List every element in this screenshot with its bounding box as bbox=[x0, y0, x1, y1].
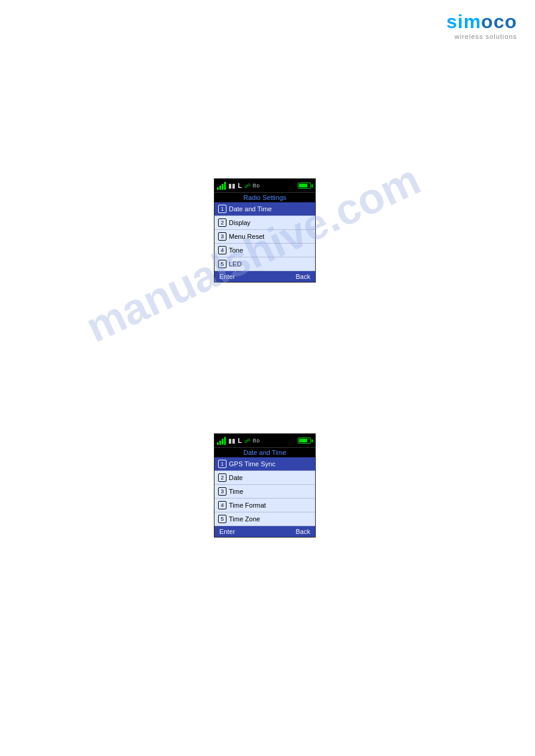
menu-number-2: 2 bbox=[218, 218, 226, 227]
screen2-menu-number-2: 2 bbox=[218, 473, 226, 482]
gps-icon: ☍ bbox=[244, 183, 250, 189]
sim-icon: ▮▮ bbox=[228, 183, 235, 189]
menu-number-3: 3 bbox=[218, 232, 226, 241]
menu-number-4: 4 bbox=[218, 246, 226, 254]
screen2-menu-label-3: Time bbox=[229, 488, 243, 495]
network-l-icon: L bbox=[238, 182, 242, 189]
network-l-icon-2: L bbox=[238, 437, 242, 444]
menu-number-1: 1 bbox=[218, 205, 226, 213]
screen2-menu-label-1: GPS Time Sync bbox=[229, 460, 276, 467]
screen1-menu-item-4[interactable]: 4 Tone bbox=[214, 244, 315, 257]
screen2-status-bar: ▮▮ L ☍ Bᴅ bbox=[214, 434, 315, 447]
screen2-menu-label-5: Time Zone bbox=[229, 515, 260, 523]
menu-label-1: Date and Time bbox=[229, 205, 272, 212]
screen1-menu-item-1[interactable]: 1 Date and Time bbox=[214, 202, 315, 216]
screen2-menu-item-1[interactable]: 1 GPS Time Sync bbox=[214, 457, 315, 471]
gps-icon-2: ☍ bbox=[244, 438, 250, 444]
screen2-enter-button[interactable]: Enter bbox=[219, 528, 235, 535]
signal-icon-2 bbox=[217, 436, 226, 445]
battery-icon-2 bbox=[298, 438, 313, 444]
screen1-status-bar: ▮▮ L ☍ Bᴅ bbox=[214, 179, 315, 192]
menu-label-5: LED bbox=[229, 260, 241, 268]
menu-label-3: Menu Reset bbox=[229, 233, 264, 240]
screen2-menu-item-5[interactable]: 5 Time Zone bbox=[214, 512, 315, 526]
screen2-menu-item-2[interactable]: 2 Date bbox=[214, 471, 315, 485]
menu-number-5: 5 bbox=[218, 260, 226, 268]
bt-icon-2: Bᴅ bbox=[253, 438, 259, 444]
brand-tagline: wireless solutions bbox=[446, 33, 517, 40]
screen2-menu-number-5: 5 bbox=[218, 515, 226, 523]
screen2-menu-number-1: 1 bbox=[218, 460, 226, 468]
screen2-menu-item-4[interactable]: 4 Time Format bbox=[214, 499, 315, 512]
screen2-menu-number-3: 3 bbox=[218, 487, 226, 496]
menu-label-2: Display bbox=[229, 219, 250, 226]
screen1-title: Radio Settings bbox=[214, 192, 315, 202]
screen2-bottom-bar: Enter Back bbox=[214, 526, 315, 537]
screen2-title: Date and Time bbox=[214, 447, 315, 457]
screen2-menu-label-2: Date bbox=[229, 474, 243, 481]
signal-icon bbox=[217, 181, 226, 190]
screen1-back-button[interactable]: Back bbox=[296, 273, 310, 280]
screen1-enter-button[interactable]: Enter bbox=[219, 273, 235, 280]
logo: simoco wireless solutions bbox=[446, 11, 517, 40]
sim-icon-2: ▮▮ bbox=[228, 438, 235, 444]
screen1-bottom-bar: Enter Back bbox=[214, 271, 315, 282]
screen2-menu-item-3[interactable]: 3 Time bbox=[214, 485, 315, 499]
screen2-device: ▮▮ L ☍ Bᴅ Date and Time 1 GPS Time Sync … bbox=[214, 433, 316, 538]
screen1-menu-item-3[interactable]: 3 Menu Reset bbox=[214, 230, 315, 244]
battery-icon bbox=[298, 183, 313, 189]
screen2-menu-label-4: Time Format bbox=[229, 502, 266, 509]
bt-icon: Bᴅ bbox=[253, 183, 259, 189]
screen2-menu-number-4: 4 bbox=[218, 501, 226, 509]
screen2-back-button[interactable]: Back bbox=[296, 528, 310, 535]
screen1-menu-item-5[interactable]: 5 LED bbox=[214, 257, 315, 271]
brand-name: simoco bbox=[446, 11, 517, 33]
screen1-menu-item-2[interactable]: 2 Display bbox=[214, 216, 315, 230]
menu-label-4: Tone bbox=[229, 247, 243, 254]
screen1-device: ▮▮ L ☍ Bᴅ Radio Settings 1 Date and Time… bbox=[214, 178, 316, 283]
